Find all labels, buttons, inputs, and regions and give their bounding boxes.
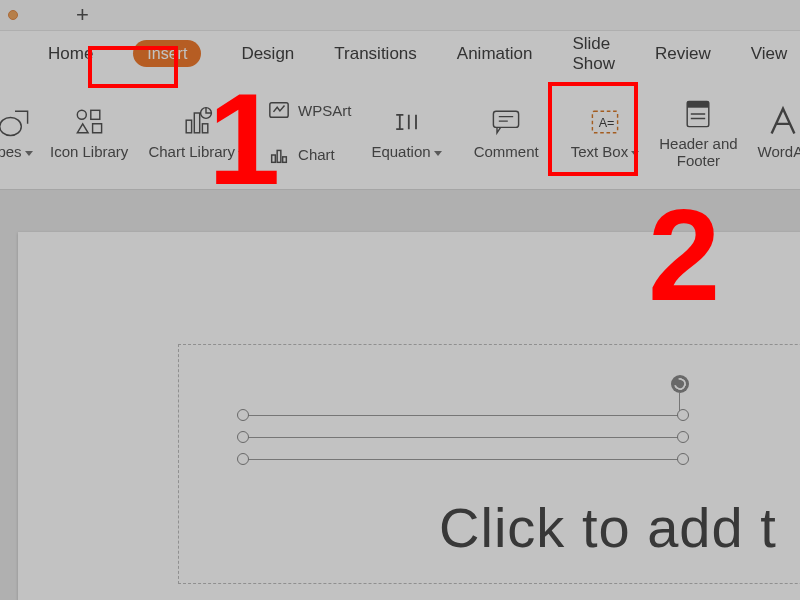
wordart-icon	[763, 102, 800, 142]
slide[interactable]: Click to add t	[18, 232, 800, 600]
equation-button[interactable]: Equation	[361, 76, 451, 189]
svg-rect-15	[688, 101, 710, 107]
resize-handle[interactable]	[237, 431, 249, 443]
tab-transitions[interactable]: Transitions	[330, 38, 421, 70]
svg-rect-2	[91, 111, 100, 120]
text-box-button[interactable]: A= Text Box	[561, 76, 650, 189]
chart-icon	[266, 142, 292, 168]
header-footer-icon	[678, 94, 718, 134]
svg-rect-4	[195, 113, 200, 133]
svg-rect-3	[186, 120, 191, 133]
icon-library-button[interactable]: Icon Library	[40, 76, 138, 189]
document-tab-indicator[interactable]	[8, 10, 18, 20]
icon-library-icon	[69, 102, 109, 142]
svg-rect-11	[494, 111, 519, 127]
comment-icon	[486, 102, 526, 142]
svg-rect-10	[283, 157, 287, 163]
shapes-icon	[0, 102, 35, 142]
tab-slideshow[interactable]: Slide Show	[568, 28, 619, 80]
wordart-button[interactable]: WordAr	[748, 76, 800, 189]
selected-text-box[interactable]	[243, 415, 683, 465]
resize-handle[interactable]	[237, 453, 249, 465]
rotate-handle-icon[interactable]	[671, 375, 689, 393]
svg-rect-9	[277, 150, 281, 162]
title-placeholder-text[interactable]: Click to add t	[439, 495, 777, 560]
svg-point-0	[0, 118, 21, 136]
svg-point-1	[77, 111, 86, 120]
svg-rect-8	[272, 155, 276, 162]
text-box-icon: A=	[585, 102, 625, 142]
header-footer-button[interactable]: Header andFooter	[649, 76, 747, 189]
menu-bar: Home Insert Design Transitions Animation…	[0, 30, 800, 76]
title-placeholder[interactable]: Click to add t	[178, 344, 800, 584]
equation-icon	[387, 102, 427, 142]
chart-library-icon	[177, 102, 217, 142]
shapes-button[interactable]: pes	[0, 76, 40, 189]
ribbon-insert: pes Icon Library Chart Library WPSArt Ch…	[0, 76, 800, 190]
resize-handle[interactable]	[677, 431, 689, 443]
wpsart-button[interactable]: WPSArt	[266, 97, 351, 123]
resize-handle[interactable]	[237, 409, 249, 421]
comment-button[interactable]: Comment	[464, 76, 549, 189]
titlebar: +	[0, 0, 800, 30]
tab-insert[interactable]: Insert	[129, 38, 205, 70]
new-tab-button[interactable]: +	[68, 2, 97, 28]
wpsart-icon	[266, 97, 292, 123]
slide-canvas[interactable]: Click to add t	[0, 190, 800, 600]
tab-animation[interactable]: Animation	[453, 38, 537, 70]
rotate-stem	[679, 393, 680, 411]
wpsart-chart-group: WPSArt Chart	[256, 76, 361, 189]
tab-review[interactable]: Review	[651, 38, 715, 70]
tab-design[interactable]: Design	[237, 38, 298, 70]
tab-home[interactable]: Home	[44, 38, 97, 70]
chart-button[interactable]: Chart	[266, 142, 335, 168]
resize-handle[interactable]	[677, 409, 689, 421]
svg-rect-5	[203, 124, 208, 133]
chart-library-button[interactable]: Chart Library	[138, 76, 256, 189]
resize-handle[interactable]	[677, 453, 689, 465]
tab-view[interactable]: View	[747, 38, 792, 70]
svg-text:A=: A=	[599, 117, 615, 131]
